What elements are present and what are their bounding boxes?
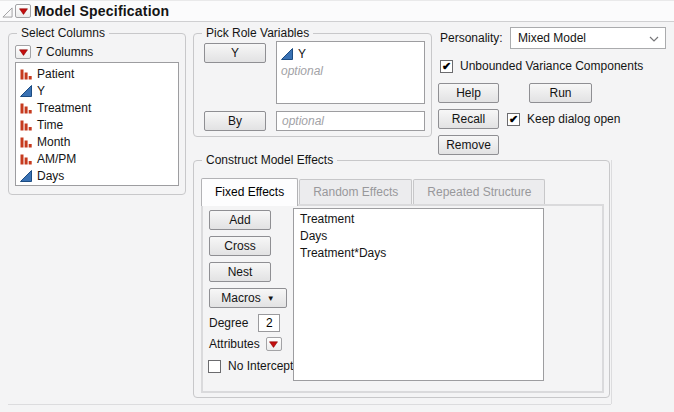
recall-button[interactable]: Recall [438, 109, 499, 129]
outline-frame-bottom [8, 404, 611, 405]
personality-label: Personality: [440, 31, 503, 45]
effects-tab-panel: Add Cross Nest Macros ▼ Degree Attribute… [201, 204, 604, 393]
y-role-list[interactable]: Yoptional [276, 41, 425, 104]
no-intercept-checkbox[interactable] [208, 360, 221, 373]
column-name: Y [298, 47, 306, 61]
by-role-list[interactable]: optional [276, 111, 425, 131]
tab-repeated-structure[interactable]: Repeated Structure [413, 179, 545, 204]
pick-role-variables-group: Pick Role Variables Y Yoptional By optio… [193, 33, 432, 137]
effects-tab-bar: Fixed EffectsRandom EffectsRepeated Stru… [201, 176, 546, 204]
degree-input[interactable] [258, 314, 280, 332]
unbounded-variance-label: Unbounded Variance Components [460, 59, 643, 73]
red-triangle-icon [19, 49, 28, 56]
effect-item[interactable]: Treatment*Days [300, 245, 543, 262]
column-name: Patient [37, 67, 74, 81]
page-title: Model Specification [34, 3, 169, 19]
dropdown-triangle-icon: ▼ [267, 295, 275, 303]
continuous-icon [20, 170, 32, 182]
construct-model-effects-group: Construct Model Effects Fixed EffectsRan… [193, 160, 610, 398]
effect-item[interactable]: Days [300, 228, 543, 245]
outline-menu-button[interactable] [15, 4, 31, 18]
nominal-icon [20, 136, 32, 148]
keep-dialog-open-checkbox[interactable]: ✔ [507, 113, 520, 126]
select-columns-label: Select Columns [17, 26, 109, 40]
column-item[interactable]: Y [16, 82, 178, 99]
personality-dropdown[interactable]: Mixed Model [510, 27, 666, 49]
columns-menu-button[interactable] [15, 45, 31, 59]
keep-dialog-open-row: ✔ Keep dialog open [507, 112, 620, 126]
degree-row: Degree [209, 314, 280, 332]
no-intercept-label: No Intercept [228, 359, 293, 373]
columns-count-row: 7 Columns [15, 45, 93, 59]
nominal-icon [20, 153, 32, 165]
attributes-label: Attributes [209, 337, 260, 351]
column-item[interactable]: Days [16, 167, 178, 184]
column-item[interactable]: AM/PM [16, 150, 178, 167]
continuous-icon [281, 48, 293, 60]
column-name: Days [37, 169, 64, 183]
y-optional-hint: optional [277, 62, 424, 79]
unbounded-variance-checkbox[interactable]: ✔ [440, 60, 453, 73]
column-item[interactable]: Time [16, 116, 178, 133]
no-intercept-row: No Intercept [208, 359, 293, 373]
macros-button[interactable]: Macros ▼ [209, 288, 287, 308]
continuous-icon [20, 85, 32, 97]
column-name: Y [37, 84, 45, 98]
column-item[interactable]: Treatment [16, 99, 178, 116]
red-triangle-icon [269, 341, 278, 348]
columns-count-label: 7 Columns [36, 45, 93, 59]
unbounded-variance-row: ✔ Unbounded Variance Components [440, 59, 643, 73]
macros-label: Macros [221, 291, 260, 305]
chevron-down-icon [649, 36, 659, 42]
remove-button[interactable]: Remove [438, 135, 499, 155]
help-button[interactable]: Help [438, 83, 499, 103]
nominal-icon [20, 102, 32, 114]
by-role-button[interactable]: By [204, 111, 266, 131]
by-optional-hint: optional [282, 114, 324, 128]
pick-role-variables-label: Pick Role Variables [202, 26, 313, 40]
column-item[interactable]: Patient [16, 65, 178, 82]
red-triangle-icon [19, 8, 28, 15]
degree-label: Degree [209, 316, 248, 330]
attributes-menu-button[interactable] [266, 337, 282, 351]
keep-dialog-open-label: Keep dialog open [527, 112, 620, 126]
model-specification-window: Model Specification Select Columns 7 Col… [0, 0, 674, 412]
nominal-icon [20, 119, 32, 131]
disclosure-triangle-icon[interactable] [2, 7, 13, 18]
model-effects-list[interactable]: TreatmentDaysTreatment*Days [293, 208, 544, 381]
column-name: Time [37, 118, 63, 132]
cross-button[interactable]: Cross [209, 236, 271, 256]
run-button[interactable]: Run [529, 83, 592, 103]
nominal-icon [20, 68, 32, 80]
tab-fixed-effects[interactable]: Fixed Effects [201, 178, 298, 206]
effect-item[interactable]: Treatment [300, 211, 543, 228]
tab-random-effects[interactable]: Random Effects [299, 179, 412, 204]
nest-button[interactable]: Nest [209, 262, 271, 282]
outline-frame-right [611, 160, 612, 404]
columns-list[interactable]: PatientYTreatmentTimeMonthAM/PMDays [15, 62, 179, 186]
y-role-button[interactable]: Y [204, 43, 266, 63]
column-item[interactable]: Y [277, 45, 424, 62]
personality-value: Mixed Model [518, 31, 586, 45]
attributes-row: Attributes [209, 337, 282, 351]
column-item[interactable]: Month [16, 133, 178, 150]
outline-header: Model Specification [0, 0, 674, 22]
select-columns-group: Select Columns 7 Columns PatientYTreatme… [8, 33, 186, 195]
column-name: Month [37, 135, 70, 149]
construct-model-effects-label: Construct Model Effects [202, 153, 337, 167]
add-button[interactable]: Add [209, 210, 271, 230]
column-name: Treatment [37, 101, 91, 115]
column-name: AM/PM [37, 152, 76, 166]
